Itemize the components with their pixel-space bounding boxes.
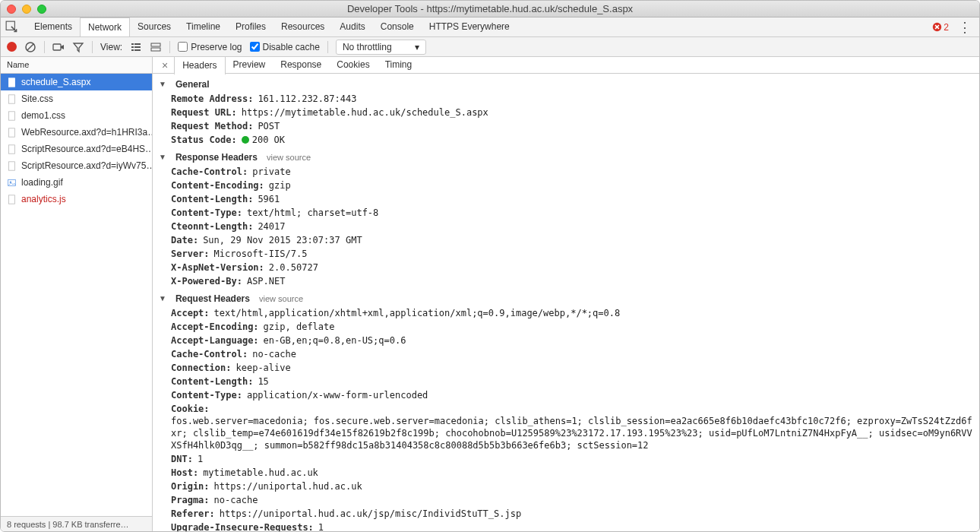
detail-tab-response[interactable]: Response: [273, 57, 329, 74]
header-value: https://mytimetable.hud.ac.uk/schedule_S…: [242, 106, 488, 119]
camera-icon[interactable]: [52, 41, 65, 53]
header-value: fos.web.server=macedonia; fos.secure.web…: [171, 415, 973, 451]
header-row: DNT:1: [159, 452, 973, 466]
tab-https-everywhere[interactable]: HTTPS Everywhere: [422, 17, 517, 36]
request-name: demo1.css: [21, 110, 65, 121]
throttling-select[interactable]: No throttling ▾: [336, 40, 426, 55]
tab-sources[interactable]: Sources: [130, 17, 179, 36]
inspect-icon[interactable]: [5, 21, 19, 34]
preserve-log-toggle[interactable]: Preserve log: [178, 42, 242, 52]
header-row: Connection:keep-alive: [159, 361, 973, 375]
header-key: Content-Length:: [171, 375, 253, 388]
view-large-icon[interactable]: [150, 41, 162, 53]
header-row: Accept-Language:en-GB,en;q=0.8,en-US;q=0…: [159, 334, 973, 347]
header-value: 5961: [258, 193, 280, 205]
detail-tab-timing[interactable]: Timing: [378, 57, 420, 74]
header-key: Status Code:: [171, 134, 237, 146]
header-row: Content-Type:text/html; charset=utf-8: [159, 206, 973, 220]
header-row: Cookie:fos.web.server=macedonia; fos.sec…: [159, 402, 973, 452]
header-value: gzip, deflate: [264, 321, 335, 333]
header-value: text/html,application/xhtml+xml,applicat…: [214, 307, 621, 319]
header-row: Host:mytimetable.hud.ac.uk: [159, 466, 973, 480]
clear-icon[interactable]: [24, 41, 36, 53]
header-value: mytimetable.hud.ac.uk: [203, 467, 318, 479]
header-value: Microsoft-IIS/7.5: [214, 248, 308, 260]
header-value: no-cache: [252, 348, 296, 360]
header-value: text/html; charset=utf-8: [247, 207, 378, 219]
header-value: https://uniportal.hud.ac.uk/jsp/misc/Ind…: [220, 508, 521, 520]
request-row[interactable]: ScriptResource.axd?d=eB4HS…: [1, 141, 152, 157]
name-column-header[interactable]: Name: [1, 57, 152, 74]
header-row: Origin:https://uniportal.hud.ac.uk: [159, 480, 973, 493]
request-row[interactable]: Site.css: [1, 90, 152, 107]
header-value: 161.112.232.87:443: [258, 93, 356, 105]
svg-rect-10: [151, 43, 160, 46]
tab-audits[interactable]: Audits: [332, 17, 372, 36]
tab-resources[interactable]: Resources: [273, 17, 332, 36]
network-filterbar: View: Preserve log Disable cache No thro…: [1, 37, 979, 57]
section-request-headers: ▼Request Headersview sourceAccept:text/h…: [153, 290, 979, 531]
header-key: Cache-Control:: [171, 348, 248, 360]
header-row: X-Powered-By:ASP.NET: [159, 274, 973, 288]
detail-tabs: × HeadersPreviewResponseCookiesTiming: [153, 57, 979, 74]
view-source-link[interactable]: view source: [259, 293, 303, 305]
header-value: POST: [258, 120, 280, 132]
view-list-icon[interactable]: [130, 41, 142, 53]
request-row[interactable]: ScriptResource.axd?d=iyWv75…: [1, 157, 152, 174]
header-key: Upgrade-Insecure-Requests:: [171, 521, 314, 531]
header-value: 24017: [258, 220, 285, 233]
header-row: Upgrade-Insecure-Requests:1: [159, 521, 973, 531]
request-details-pane: × HeadersPreviewResponseCookiesTiming ▼G…: [153, 57, 979, 531]
header-key: Cookie:: [171, 403, 210, 415]
request-row[interactable]: WebResource.axd?d=h1HRI3a…: [1, 124, 152, 141]
header-key: Host:: [171, 467, 198, 479]
panel-tabs: ElementsNetworkSourcesTimelineProfilesRe…: [27, 17, 517, 36]
svg-rect-14: [8, 111, 14, 119]
disable-cache-toggle[interactable]: Disable cache: [250, 42, 320, 52]
header-row: Status Code:200 OK: [159, 133, 973, 147]
svg-rect-8: [131, 49, 134, 51]
detail-tab-cookies[interactable]: Cookies: [329, 57, 377, 74]
filter-icon[interactable]: [72, 41, 84, 53]
header-value: application/x-www-form-urlencoded: [247, 389, 428, 401]
header-row: Accept:text/html,application/xhtml+xml,a…: [159, 306, 973, 320]
header-value: 1: [198, 453, 203, 465]
header-value: en-GB,en;q=0.8,en-US;q=0.6: [264, 334, 406, 347]
request-row[interactable]: loading.gif: [1, 174, 152, 191]
devtools-window: Developer Tools - https://mytimetable.hu…: [0, 0, 980, 532]
titlebar: Developer Tools - https://mytimetable.hu…: [1, 1, 979, 17]
view-source-link[interactable]: view source: [267, 151, 311, 163]
detail-tab-headers[interactable]: Headers: [174, 57, 225, 75]
tab-profiles[interactable]: Profiles: [228, 17, 273, 36]
kebab-menu-icon[interactable]: ⋮: [958, 19, 972, 36]
error-count-value: 2: [944, 22, 949, 33]
error-count[interactable]: 2: [932, 22, 949, 33]
request-row[interactable]: analytics.js: [1, 191, 152, 207]
tab-timeline[interactable]: Timeline: [179, 17, 228, 36]
section-title: Request Headers: [175, 293, 250, 305]
main-area: Name schedule_S.aspxSite.cssdemo1.cssWeb…: [1, 57, 979, 531]
tab-network[interactable]: Network: [80, 17, 130, 36]
header-row: Date:Sun, 29 Nov 2015 23:07:37 GMT: [159, 233, 973, 247]
svg-rect-5: [134, 43, 141, 45]
caret-icon[interactable]: ▼: [159, 78, 166, 90]
caret-icon[interactable]: ▼: [159, 293, 166, 305]
header-value: 200 OK: [242, 134, 285, 146]
tab-console[interactable]: Console: [373, 17, 422, 36]
request-row[interactable]: demo1.css: [1, 107, 152, 124]
section-general: ▼GeneralRemote Address:161.112.232.87:44…: [153, 75, 979, 148]
header-key: Date:: [171, 234, 198, 246]
tab-elements[interactable]: Elements: [27, 17, 80, 36]
header-row: Content-Type:application/x-www-form-urle…: [159, 388, 973, 402]
request-row[interactable]: schedule_S.aspx: [1, 74, 152, 90]
detail-tab-preview[interactable]: Preview: [226, 57, 273, 74]
header-row: X-AspNet-Version:2.0.50727: [159, 261, 973, 274]
header-key: Content-Encoding:: [171, 179, 264, 192]
header-value: private: [252, 166, 291, 178]
svg-rect-15: [8, 128, 14, 136]
request-list: schedule_S.aspxSite.cssdemo1.cssWebResou…: [1, 74, 152, 516]
record-icon[interactable]: [7, 42, 17, 52]
close-details-icon[interactable]: ×: [156, 59, 174, 71]
caret-icon[interactable]: ▼: [159, 151, 166, 163]
chevron-down-icon: ▾: [415, 42, 419, 52]
